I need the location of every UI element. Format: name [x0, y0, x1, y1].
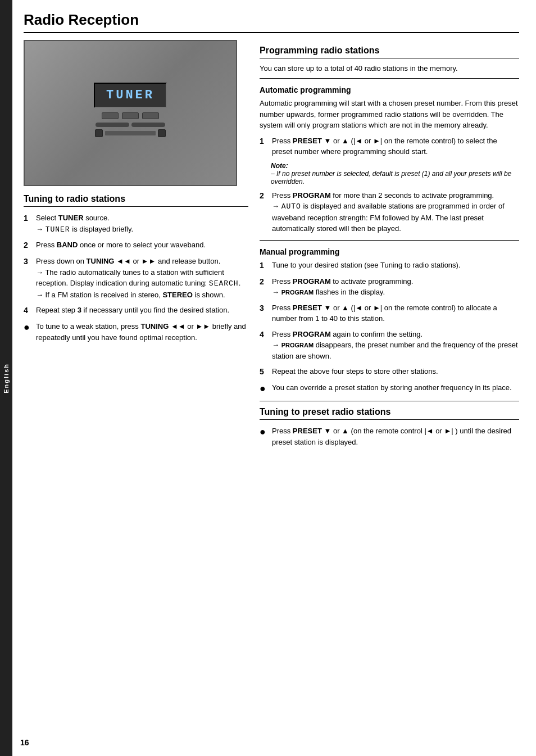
program-arrow: PROGRAM: [281, 289, 314, 296]
bold-text: TUNER: [58, 214, 84, 222]
list-item: 1 Tune to your desired station (see Tuni…: [260, 260, 519, 271]
item-num: 5: [260, 366, 267, 378]
program-arrow-2: PROGRAM: [281, 342, 314, 348]
stereo-bold: STEREO: [162, 291, 192, 299]
bullet-symbol: ●: [260, 425, 267, 447]
bold-preset: PRESET: [293, 427, 322, 435]
item-content: Repeat the above four steps to store oth…: [272, 366, 519, 378]
item-content: Select TUNER source. → TUNER is displaye…: [36, 212, 248, 235]
list-item: 1 Press PRESET ▼ or ▲ (|◄ or ►| on the r…: [260, 135, 519, 157]
bold-text: TUNING ◄◄: [87, 257, 131, 265]
tuning-list: 1 Select TUNER source. → TUNER is displa…: [24, 212, 248, 316]
preset-section-title: Tuning to preset radio stations: [260, 407, 519, 420]
bold-program-2: PROGRAM: [293, 330, 331, 338]
note-text: – If no preset number is selected, defau…: [271, 170, 511, 185]
arrow-text: → PROGRAM disappears, the preset number …: [272, 341, 518, 360]
arrow-text: → TUNER is displayed briefly.: [36, 225, 133, 233]
tuning-section-title: Tuning to radio stations: [24, 194, 248, 207]
bullet-symbol: ●: [260, 382, 267, 395]
list-item: ● To tune to a weak station, press TUNIN…: [24, 321, 248, 343]
arrow-text-1: → The radio automatically tunes to a sta…: [36, 268, 240, 288]
item-content: Press PRESET ▼ or ▲ (on the remote contr…: [272, 425, 519, 447]
bold-text-2: ►►: [142, 257, 156, 265]
list-item: 4 Repeat step 3 if necessary until you f…: [24, 305, 248, 316]
auto-intro: Automatic programming will start with a …: [260, 98, 519, 131]
bold-preset: PRESET: [293, 137, 322, 145]
manual-list: 1 Tune to your desired station (see Tuni…: [260, 260, 519, 378]
right-column: Programming radio stations You can store…: [260, 40, 519, 739]
list-item: 3 Press PRESET ▼ or ▲ (|◄ or ►| on the r…: [260, 302, 519, 324]
bold-program: PROGRAM: [293, 191, 331, 200]
bold-text: TUNING ◄◄: [140, 322, 185, 331]
page: English Radio Reception PROGRAM TUNER TU…: [0, 0, 536, 756]
list-item: 2 Press PROGRAM for more than 2 seconds …: [260, 190, 519, 234]
programming-intro: You can store up to a total of 40 radio …: [260, 64, 519, 73]
auto-section-title: Automatic programming: [260, 85, 519, 94]
item-content: Press PROGRAM again to confirm the setti…: [272, 329, 519, 362]
item-content: Tune to your desired station (see Tuning…: [272, 260, 519, 271]
list-item: ● You can override a preset station by s…: [260, 382, 519, 395]
item-content: To tune to a weak station, press TUNING …: [36, 321, 248, 343]
page-number: 16: [20, 738, 29, 747]
left-column: PROGRAM TUNER TUNER: [24, 40, 248, 739]
note-block: Note: – If no preset number is selected,…: [271, 162, 519, 185]
list-item: 5 Repeat the above four steps to store o…: [260, 366, 519, 378]
item-content: Repeat step 3 if necessary until you fin…: [36, 305, 248, 316]
device-image: PROGRAM TUNER TUNER: [24, 40, 237, 186]
divider-3: [260, 401, 519, 401]
item-num: 3: [260, 302, 267, 324]
bold-program: PROGRAM: [293, 277, 331, 286]
item-num: 4: [24, 305, 31, 316]
list-item: 2 Press BAND once or more to select your…: [24, 239, 248, 251]
preset-bullets: ● Press PRESET ▼ or ▲ (on the remote con…: [260, 425, 519, 447]
bold-preset: PRESET: [293, 304, 322, 312]
main-content: Radio Reception PROGRAM TUNER TUNER: [12, 0, 536, 756]
arrow-text: → PROGRAM flashes in the display.: [272, 288, 385, 296]
programming-section-title: Programming radio stations: [260, 46, 519, 58]
divider: [260, 78, 519, 79]
device-inner: PROGRAM TUNER TUNER: [25, 41, 236, 185]
manual-section-title: Manual programming: [260, 247, 519, 256]
side-tab-label: English: [3, 363, 10, 393]
list-item: ● Press PRESET ▼ or ▲ (on the remote con…: [260, 425, 519, 447]
item-num: 1: [260, 135, 267, 157]
arrow-text-2: → If a FM station is received in stereo,…: [36, 291, 225, 299]
item-num: 2: [260, 190, 267, 234]
item-content: Press BAND once or more to select your w…: [36, 239, 248, 251]
item-content: Press PROGRAM for more than 2 seconds to…: [272, 190, 519, 234]
divider-2: [260, 240, 519, 241]
list-item: 4 Press PROGRAM again to confirm the set…: [260, 329, 519, 362]
item-num: 1: [260, 260, 267, 271]
item-num: 3: [24, 256, 31, 300]
manual-bullets: ● You can override a preset station by s…: [260, 382, 519, 395]
item-num: 1: [24, 212, 31, 235]
note-label: Note:: [271, 162, 288, 170]
bold-text: BAND: [57, 241, 78, 249]
item-num: 2: [260, 276, 267, 298]
item-content: Press PRESET ▼ or ▲ (|◄ or ►| on the rem…: [272, 135, 519, 157]
list-item: 2 Press PROGRAM to activate programming.…: [260, 276, 519, 298]
item-content: You can override a preset station by sto…: [272, 382, 519, 395]
device-display: TUNER: [94, 83, 167, 108]
item-content: Press PROGRAM to activate programming. →…: [272, 276, 519, 298]
side-tab: English: [0, 0, 12, 756]
two-col-layout: PROGRAM TUNER TUNER: [24, 40, 519, 739]
arrow-text: → AUTO is displayed and available statio…: [272, 202, 505, 233]
list-item: 3 Press down on TUNING ◄◄ or ►► and rele…: [24, 256, 248, 300]
page-title: Radio Reception: [24, 11, 519, 33]
list-item: 1 Select TUNER source. → TUNER is displa…: [24, 212, 248, 235]
item-num: 2: [24, 239, 31, 251]
item-num: 4: [260, 329, 267, 362]
item-content: Press PRESET ▼ or ▲ (|◄ or ►| on the rem…: [272, 302, 519, 324]
bold-text: 3: [78, 306, 81, 314]
tuning-bullets: ● To tune to a weak station, press TUNIN…: [24, 321, 248, 343]
bullet-symbol: ●: [24, 321, 31, 343]
auto-list-2: 2 Press PROGRAM for more than 2 seconds …: [260, 190, 519, 234]
item-content: Press down on TUNING ◄◄ or ►► and releas…: [36, 256, 248, 300]
auto-list: 1 Press PRESET ▼ or ▲ (|◄ or ►| on the r…: [260, 135, 519, 157]
